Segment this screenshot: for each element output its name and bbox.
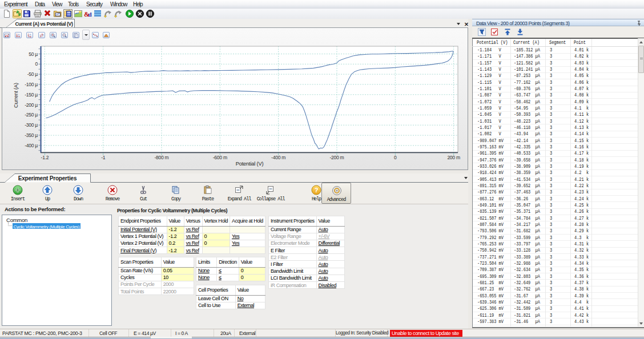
svg-text:1: 1: [39, 34, 41, 38]
svg-text:-1: -1: [101, 155, 106, 160]
svg-text:-1.2: -1.2: [41, 155, 49, 160]
svg-text:-800 m: -800 m: [155, 155, 169, 160]
svg-text:0: 0: [394, 155, 397, 160]
svg-text:1: 1: [16, 33, 18, 37]
svg-text:-50 µ: -50 µ: [27, 71, 38, 77]
svg-text:1: 1: [28, 33, 30, 37]
svg-text:a: a: [42, 34, 44, 36]
svg-text:-300 µ: -300 µ: [25, 122, 38, 128]
svg-text:-400 m: -400 m: [271, 155, 285, 160]
svg-text:-250 µ: -250 µ: [25, 112, 38, 118]
svg-text:?: ?: [315, 187, 319, 193]
svg-text:-150 µ: -150 µ: [25, 92, 38, 98]
svg-text:-350 µ: -350 µ: [25, 132, 38, 138]
svg-text:Current (A): Current (A): [13, 83, 19, 108]
svg-text:200 m: 200 m: [447, 155, 460, 160]
svg-text:-600 m: -600 m: [213, 155, 227, 160]
svg-text:-200 µ: -200 µ: [25, 102, 38, 108]
svg-text:50 µ: 50 µ: [29, 51, 38, 57]
svg-text:-100 µ: -100 µ: [25, 82, 38, 87]
svg-text:0: 0: [18, 34, 19, 36]
svg-text:-200 m: -200 m: [330, 155, 344, 160]
svg-text:-400 µ: -400 µ: [25, 143, 38, 148]
svg-text:0: 0: [30, 34, 31, 36]
svg-text:Potential (V): Potential (V): [236, 161, 264, 167]
svg-text:0: 0: [35, 61, 38, 67]
